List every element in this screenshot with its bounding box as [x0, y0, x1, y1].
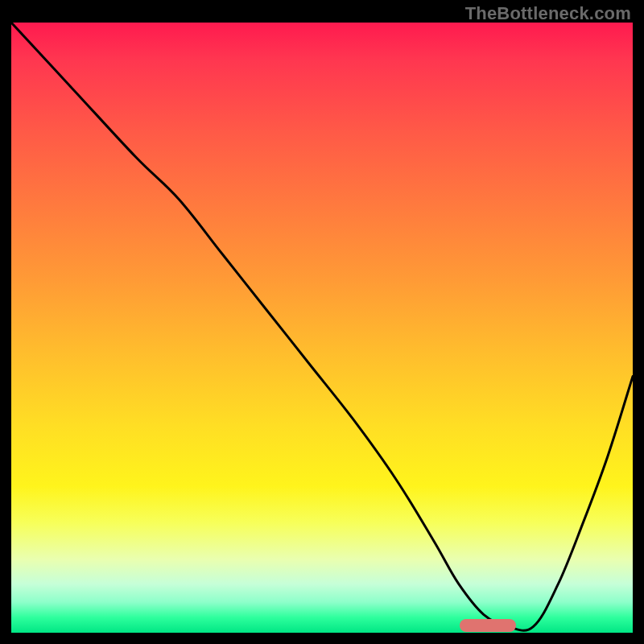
chart-frame [11, 23, 633, 633]
watermark-text: TheBottleneck.com [465, 3, 631, 24]
gradient-background [11, 23, 633, 633]
optimal-range-marker [460, 619, 516, 632]
